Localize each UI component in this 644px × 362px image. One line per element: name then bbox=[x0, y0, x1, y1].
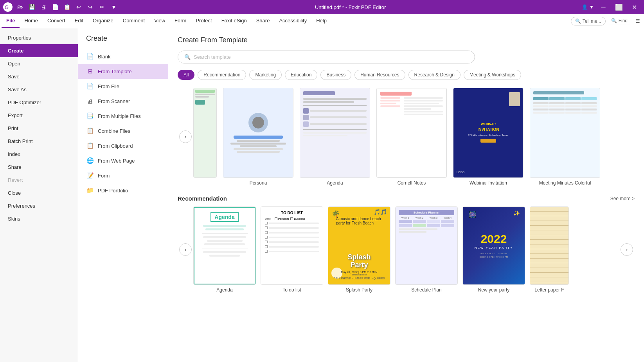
menu-organize[interactable]: Organize bbox=[88, 14, 118, 28]
rec-scroll: Agenda Agenda bbox=[193, 206, 619, 293]
create-blank[interactable]: 📄 Blank bbox=[78, 49, 168, 64]
menu-bar: File Home Convert Edit Organize Comment … bbox=[0, 14, 644, 28]
brush-btn[interactable]: ✏ bbox=[97, 2, 107, 12]
menu-share[interactable]: Share bbox=[252, 14, 275, 28]
template-card-meeting[interactable]: Meeting Minutes Colorful bbox=[530, 88, 600, 186]
recommendation-row: ‹ Agenda bbox=[178, 206, 635, 293]
menu-settings-icon[interactable]: ☰ bbox=[633, 18, 642, 24]
filter-research[interactable]: Research & Design bbox=[408, 70, 461, 80]
rec-card-letter[interactable]: Letter paper F bbox=[530, 206, 569, 293]
filter-hr[interactable]: Human Resources bbox=[354, 70, 405, 80]
filter-education[interactable]: Education bbox=[285, 70, 317, 80]
sidebar-item-close[interactable]: Close bbox=[0, 186, 78, 199]
close-btn[interactable]: ✕ bbox=[628, 2, 641, 13]
sidebar-item-saveas[interactable]: Save As bbox=[0, 83, 78, 96]
undo-btn[interactable]: ↩ bbox=[74, 2, 84, 12]
menu-esign[interactable]: Foxit eSign bbox=[217, 14, 252, 28]
prev-rec-btn[interactable]: ‹ bbox=[179, 243, 192, 256]
template-card-partial[interactable] bbox=[193, 88, 217, 186]
paste-btn[interactable]: 📋 bbox=[62, 2, 72, 12]
create-from-webpage[interactable]: 🌐 From Web Page bbox=[78, 153, 168, 168]
tell-me-box[interactable]: 🔍 Tell me... bbox=[571, 17, 606, 25]
dropdown-btn[interactable]: ▼ bbox=[109, 2, 119, 12]
rec-card-splash[interactable]: 🌴 🎵🎵 A music and dance beach party for F… bbox=[328, 206, 390, 293]
tell-me-text: Tell me... bbox=[583, 18, 601, 24]
menu-home[interactable]: Home bbox=[20, 14, 43, 28]
template-title: Create From Template bbox=[178, 36, 635, 44]
rec-name-agenda: Agenda bbox=[193, 287, 256, 293]
create-panel-title: Create bbox=[78, 34, 168, 49]
create-combine[interactable]: 📋 Combine Files bbox=[78, 123, 168, 138]
sidebar-item-optimizer[interactable]: PDF Optimizer bbox=[0, 96, 78, 109]
user-area[interactable]: 👤▼ bbox=[582, 4, 594, 10]
next-rec-btn[interactable]: › bbox=[621, 243, 633, 256]
template-card-webinar[interactable]: WEBINAR INVITATION 375 Milam Avenue, Ric… bbox=[453, 88, 523, 186]
create-from-file[interactable]: 📄 From File bbox=[78, 79, 168, 94]
rec-card-agenda[interactable]: Agenda Agenda bbox=[193, 206, 256, 293]
template-content: Create From Template 🔍 Search template A… bbox=[168, 28, 644, 362]
filter-all[interactable]: All bbox=[178, 70, 194, 80]
filter-meeting[interactable]: Meeting & Workshops bbox=[464, 70, 521, 80]
copy-btn[interactable]: 📄 bbox=[50, 2, 60, 12]
filter-marketing[interactable]: Marketing bbox=[249, 70, 282, 80]
print-btn[interactable]: 🖨 bbox=[38, 2, 49, 12]
rec-card-newyear[interactable]: 🎆 ✨ 2022 NEW YEAR PARTY DECEMBER 31, SUN… bbox=[462, 206, 525, 293]
sidebar-item-export[interactable]: Export bbox=[0, 109, 78, 122]
sidebar-item-batchprint[interactable]: Batch Print bbox=[0, 135, 78, 148]
sidebar-item-save[interactable]: Save bbox=[0, 70, 78, 83]
sidebar-item-preferences[interactable]: Preferences bbox=[0, 199, 78, 212]
prev-templates-btn[interactable]: ‹ bbox=[179, 130, 192, 143]
sidebar-item-properties[interactable]: Properties bbox=[0, 31, 78, 44]
files-icon: 📑 bbox=[86, 112, 94, 120]
menu-file[interactable]: File bbox=[2, 14, 20, 28]
see-more-btn[interactable]: See more > bbox=[610, 196, 635, 201]
main-layout: Properties Create Open Save Save As PDF … bbox=[0, 28, 644, 362]
minimize-btn[interactable]: ─ bbox=[597, 2, 610, 13]
templates-scroll: Persona bbox=[193, 88, 635, 186]
search-bar[interactable]: 🔍 Search template bbox=[178, 51, 475, 63]
filter-tags: All Recommendation Marketing Education B… bbox=[178, 70, 635, 80]
menu-help[interactable]: Help bbox=[311, 14, 331, 28]
file2-icon: 📄 bbox=[86, 82, 94, 90]
menu-convert[interactable]: Convert bbox=[43, 14, 70, 28]
menu-comment[interactable]: Comment bbox=[118, 14, 149, 28]
create-form[interactable]: 📝 Form bbox=[78, 168, 168, 183]
find-box[interactable]: 🔍 Find bbox=[609, 17, 630, 25]
sidebar-item-share[interactable]: Share bbox=[0, 161, 78, 174]
create-from-template[interactable]: ⊞ From Template bbox=[78, 64, 168, 79]
maximize-btn[interactable]: ⬜ bbox=[613, 2, 625, 13]
sidebar-item-index[interactable]: Index bbox=[0, 148, 78, 161]
sidebar-item-open[interactable]: Open bbox=[0, 57, 78, 70]
sidebar-item-revert: Revert bbox=[0, 174, 78, 186]
menu-bar-right: 🔍 Tell me... 🔍 Find ☰ bbox=[571, 14, 642, 28]
save-btn[interactable]: 💾 bbox=[27, 2, 37, 12]
redo-btn[interactable]: ↪ bbox=[85, 2, 95, 12]
filter-recommendation[interactable]: Recommendation bbox=[198, 70, 246, 80]
sidebar-item-create[interactable]: Create bbox=[0, 44, 78, 57]
menu-accessibility[interactable]: Accessibility bbox=[274, 14, 311, 28]
template-card-persona[interactable]: Persona bbox=[223, 88, 293, 186]
template-card-cornell[interactable]: Cornell Notes bbox=[376, 88, 447, 186]
filter-business[interactable]: Business bbox=[320, 70, 351, 80]
create-from-multiple[interactable]: 📑 From Multiple Files bbox=[78, 109, 168, 123]
window-title: Untitled.pdf * - Foxit PDF Editor bbox=[315, 4, 386, 10]
open-btn[interactable]: 🗁 bbox=[15, 2, 25, 12]
menu-edit[interactable]: Edit bbox=[70, 14, 88, 28]
combine-icon: 📋 bbox=[86, 127, 94, 135]
template-card-agenda[interactable]: Agenda bbox=[300, 88, 370, 186]
create-from-scanner[interactable]: 🖨 From Scanner bbox=[78, 94, 168, 109]
menu-view[interactable]: View bbox=[149, 14, 170, 28]
create-from-clipboard[interactable]: 📋 From Clipboard bbox=[78, 138, 168, 153]
featured-templates-row: ‹ bbox=[178, 88, 635, 186]
menu-form[interactable]: Form bbox=[170, 14, 191, 28]
sidebar-item-skins[interactable]: Skins bbox=[0, 212, 78, 225]
menu-protect[interactable]: Protect bbox=[191, 14, 216, 28]
rec-card-todo[interactable]: TO DO LIST Date: Personal Business bbox=[261, 206, 323, 293]
template-name-cornell: Cornell Notes bbox=[376, 180, 447, 186]
create-portfolio[interactable]: 📁 PDF Portfolio bbox=[78, 183, 168, 198]
rec-name-newyear: New year party bbox=[462, 287, 525, 293]
rec-card-schedule[interactable]: Schedule Planner Week 1 Week 2 Week 3 We… bbox=[395, 206, 458, 293]
window-controls: 👤▼ ─ ⬜ ✕ bbox=[582, 2, 641, 13]
template-name-agenda: Agenda bbox=[300, 180, 370, 186]
sidebar-item-print[interactable]: Print bbox=[0, 122, 78, 135]
